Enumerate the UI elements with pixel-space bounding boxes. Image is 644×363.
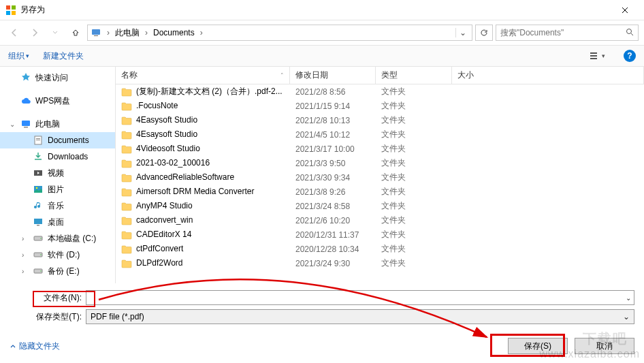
bottom-panel: 文件名(N): ⌄ 保存类型(T): PDF file (*.pdf) ⌄ [0,283,644,332]
filetype-combo[interactable]: PDF file (*.pdf) ⌄ [86,309,634,324]
cell-name: 4Easysoft Studio [116,115,290,125]
svg-rect-9 [590,58,597,59]
column-size[interactable]: 大小 [452,67,644,84]
search-input[interactable] [500,28,626,37]
cell-name: cadconvert_win [116,215,290,225]
sidebar-item-label: 音乐 [48,200,64,212]
file-row[interactable]: .FocusNote2021/1/15 9:14文件夹 [116,99,644,113]
svg-rect-3 [12,11,16,15]
search-box[interactable] [496,25,639,41]
cell-name: 2021-03-02_100016 [116,158,290,168]
forward-button[interactable] [26,25,44,41]
filename-input[interactable] [89,293,626,302]
toolbar: 组织 ▾ 新建文件夹 ▾ ? [0,45,644,67]
folder-icon [121,187,132,197]
file-row[interactable]: 4Easysoft Studio2021/2/8 10:13文件夹 [116,113,644,127]
filename-dropdown[interactable]: ⌄ [626,294,631,302]
folder-icon [121,173,132,183]
sidebar-item[interactable]: 图片 [0,181,115,198]
file-row[interactable]: (复制)-新建文本文档 (2)（合并）.pdf-2...2021/2/8 8:5… [116,84,644,99]
folder-icon [121,202,132,211]
cell-type: 文件夹 [376,172,452,183]
cell-date: 2021/2/8 8:56 [290,87,376,97]
folder-icon [121,101,132,111]
search-icon[interactable] [626,28,634,38]
cell-type: 文件夹 [376,143,452,155]
filetype-label: 保存类型(T): [34,311,86,323]
sidebar-item[interactable]: WPS网盘 [0,93,115,109]
expand-icon[interactable]: ⌄ [10,121,16,128]
save-button[interactable]: 保存(S) [508,338,568,354]
sidebar-item[interactable]: ›软件 (D:) [0,247,115,263]
sidebar-item-label: 本地磁盘 (C:) [48,233,96,244]
expand-icon[interactable]: › [22,268,29,275]
file-row[interactable]: ctPdfConvert2020/12/28 10:34文件夹 [116,242,644,256]
sidebar-item[interactable]: ⌄此电脑 [0,116,115,132]
footer: 隐藏文件夹 保存(S) 取消 [0,332,644,360]
cell-name: CADEditorX 14 [116,230,290,240]
column-name[interactable]: 名称˄ [116,67,290,84]
sidebar-item[interactable]: ›备份 (E:) [0,263,115,279]
expand-icon[interactable]: › [22,251,29,259]
file-row[interactable]: cadconvert_win2021/2/6 10:20文件夹 [116,213,644,227]
sidebar-item[interactable]: 视频 [0,165,115,181]
cell-type: 文件夹 [376,114,452,126]
filename-row: 文件名(N): ⌄ [34,290,634,305]
file-row[interactable]: Aimersoft DRM Media Converter2021/3/8 9:… [116,185,644,199]
sidebar-item[interactable]: ›本地磁盘 (C:) [0,230,115,247]
sidebar-item[interactable]: 桌面 [0,214,115,230]
cell-name: (复制)-新建文本文档 (2)（合并）.pdf-2... [116,86,290,97]
file-row[interactable]: AdvancedReliableSoftware2021/3/30 9:34文件… [116,170,644,185]
breadcrumb-folder[interactable]: Documents [150,28,197,37]
cell-type: 文件夹 [376,257,452,269]
sidebar-item-label: 此电脑 [35,119,60,130]
video-icon [33,168,44,178]
sidebar-item[interactable]: Downloads [0,148,115,165]
help-button[interactable]: ? [624,50,636,62]
folder-icon [121,230,132,240]
recent-dropdown[interactable] [46,25,64,41]
file-row[interactable]: 4Esaysoft Studio2021/4/5 10:12文件夹 [116,127,644,142]
new-folder-button[interactable]: 新建文件夹 [43,50,84,62]
svg-rect-10 [22,121,30,126]
svg-point-21 [40,238,42,239]
sidebar-item[interactable]: 快速访问 [0,69,115,86]
back-button[interactable] [5,25,23,41]
sidebar-item[interactable]: Documents [0,132,115,148]
cell-date: 2021/3/3 9:50 [290,159,376,168]
address-bar[interactable]: › 此电脑 › Documents › ⌄ [87,25,472,41]
sidebar-item[interactable]: 音乐 [0,198,115,214]
address-dropdown[interactable]: ⌄ [455,28,469,37]
cell-type: 文件夹 [376,243,452,255]
hide-folders-button[interactable]: 隐藏文件夹 [10,341,60,352]
file-row[interactable]: 4Videosoft Studio2021/3/17 10:00文件夹 [116,142,644,156]
file-row[interactable]: CADEditorX 142020/12/31 11:37文件夹 [116,227,644,242]
column-header: 名称˄ 修改日期 类型 大小 [116,67,644,84]
filename-label: 文件名(N): [34,292,86,304]
svg-point-25 [40,270,42,272]
disk-icon [33,233,44,244]
file-row[interactable]: DLPdf2Word2021/3/24 9:30文件夹 [116,256,644,270]
svg-point-23 [40,254,42,255]
svg-rect-8 [590,55,597,57]
cancel-button[interactable]: 取消 [575,338,634,354]
column-type[interactable]: 类型 [376,67,452,84]
doc-icon [33,135,44,146]
cell-name: AnyMP4 Studio [116,201,290,211]
main-area: 快速访问WPS网盘⌄此电脑DocumentsDownloads视频图片音乐桌面›… [0,67,644,283]
up-button[interactable] [67,25,84,41]
cell-name: .FocusNote [116,101,290,111]
organize-button[interactable]: 组织 ▾ [8,50,29,62]
expand-icon[interactable]: › [22,235,29,242]
file-row[interactable]: 2021-03-02_1000162021/3/3 9:50文件夹 [116,156,644,170]
filename-field[interactable]: ⌄ [86,290,634,305]
close-button[interactable] [611,1,639,20]
file-row[interactable]: AnyMP4 Studio2021/3/24 8:58文件夹 [116,199,644,213]
cell-date: 2021/3/24 9:30 [290,259,376,268]
cell-type: 文件夹 [376,86,452,97]
refresh-button[interactable] [475,25,493,41]
view-button[interactable]: ▾ [585,48,610,63]
svg-point-6 [627,29,632,33]
column-date[interactable]: 修改日期 [290,67,376,84]
breadcrumb-root[interactable]: 此电脑 [112,27,142,39]
